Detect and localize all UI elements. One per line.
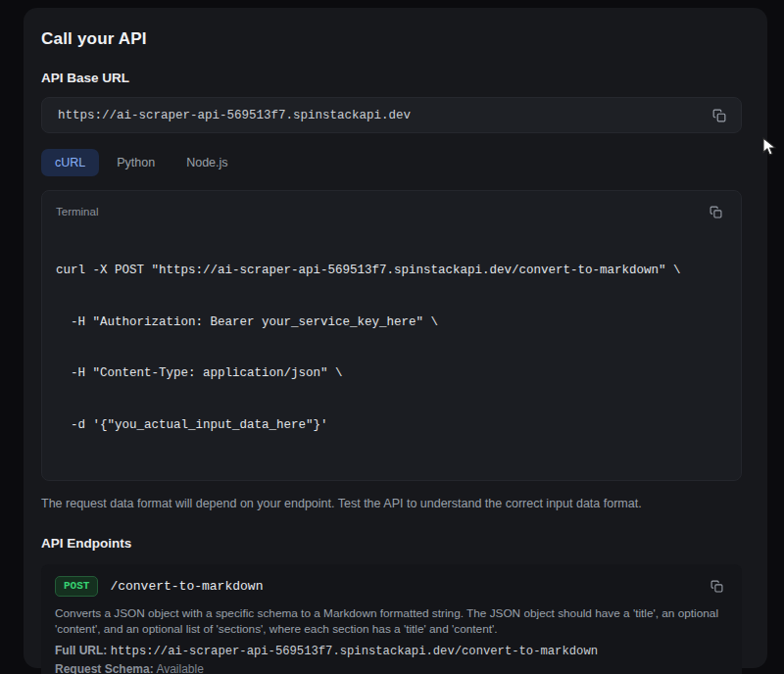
full-url-label: Full URL: bbox=[55, 644, 107, 657]
api-base-url-heading: API Base URL bbox=[41, 71, 742, 85]
tab-curl[interactable]: cURL bbox=[41, 149, 99, 176]
endpoint-schema-row: Request Schema: Available bbox=[55, 662, 728, 674]
endpoint-card: POST /convert-to-markdown Converts a JSO… bbox=[41, 564, 742, 674]
copy-icon bbox=[710, 206, 722, 218]
copy-icon bbox=[710, 580, 723, 593]
copy-code-button[interactable] bbox=[704, 200, 727, 223]
code-line: curl -X POST "https://ai-scraper-api-569… bbox=[56, 263, 727, 280]
tab-python[interactable]: Python bbox=[103, 149, 169, 176]
copy-icon bbox=[712, 109, 726, 122]
code-line: -H "Authorization: Bearer your_service_k… bbox=[56, 314, 727, 332]
method-badge: POST bbox=[55, 576, 98, 597]
request-schema-value: Available bbox=[156, 662, 203, 674]
curl-code-block: curl -X POST "https://ai-scraper-api-569… bbox=[56, 228, 727, 468]
copy-endpoint-button[interactable] bbox=[705, 574, 728, 598]
code-line: -H "Content-Type: application/json" \ bbox=[56, 365, 727, 383]
terminal-block: Terminal curl -X POST "https://ai-scrape… bbox=[41, 190, 742, 481]
api-base-url-box: https://ai-scraper-api-569513f7.spinstac… bbox=[41, 97, 742, 133]
endpoint-full-url-row: Full URL: https://ai-scraper-api-569513f… bbox=[55, 644, 728, 659]
copy-base-url-button[interactable] bbox=[708, 104, 731, 127]
request-schema-label: Request Schema: bbox=[55, 662, 154, 674]
code-line: -d '{"you_actual_input_data_here"}' bbox=[56, 417, 727, 435]
terminal-label: Terminal bbox=[56, 206, 98, 217]
request-format-note: The request data format will depend on y… bbox=[41, 497, 742, 510]
api-endpoints-heading: API Endpoints bbox=[41, 536, 742, 551]
endpoint-path: /convert-to-markdown bbox=[110, 579, 693, 594]
full-url-value: https://ai-scraper-api-569513f7.spinstac… bbox=[111, 645, 598, 658]
language-tabs: cURL Python Node.js bbox=[41, 149, 742, 176]
page-title: Call your API bbox=[41, 29, 742, 49]
call-api-panel: Call your API API Base URL https://ai-sc… bbox=[24, 8, 767, 668]
tab-nodejs[interactable]: Node.js bbox=[172, 149, 241, 176]
endpoint-description: Converts a JSON object with a specific s… bbox=[55, 605, 728, 637]
api-base-url-value: https://ai-scraper-api-569513f7.spinstac… bbox=[58, 109, 708, 122]
